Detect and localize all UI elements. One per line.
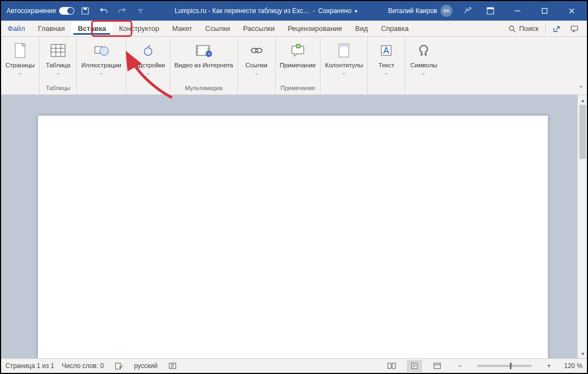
- table-icon: [49, 41, 67, 60]
- status-bar: Страница 1 из 1 Число слов: 0 русский − …: [1, 358, 587, 373]
- chevron-down-icon: ⌄: [146, 70, 150, 75]
- undo-icon[interactable]: [96, 3, 111, 18]
- illustrations-button[interactable]: Иллюстрации ⌄: [78, 39, 125, 84]
- chevron-down-icon: ⌄: [342, 70, 346, 75]
- group-label-media: Мультимедиа: [185, 84, 222, 93]
- svg-line-7: [513, 30, 515, 32]
- print-layout-icon[interactable]: [407, 360, 422, 372]
- svg-point-6: [509, 26, 514, 30]
- group-headerfooter: Колонтитулы ⌄: [321, 37, 368, 94]
- title-bar: Автосохранение Lumpics.ru - Как перенест…: [1, 1, 587, 21]
- ribbon-display-icon[interactable]: [478, 1, 502, 21]
- minimize-button[interactable]: [506, 1, 529, 21]
- scroll-up-icon[interactable]: ▴: [578, 95, 587, 105]
- coming-soon-icon[interactable]: [460, 3, 475, 18]
- symbols-button[interactable]: Символы ⌄: [406, 39, 441, 84]
- qat-customize-icon[interactable]: [133, 3, 148, 18]
- chevron-down-icon: ⌄: [421, 70, 426, 75]
- svg-point-17: [255, 48, 262, 53]
- user-section[interactable]: Виталий Каиров ВК: [384, 5, 457, 17]
- language-status[interactable]: русский: [134, 362, 157, 370]
- symbol-icon: [414, 41, 433, 60]
- zoom-level[interactable]: 120 %: [564, 362, 583, 370]
- vertical-scrollbar[interactable]: ▴ ▾: [577, 95, 587, 358]
- macros-icon[interactable]: [165, 360, 180, 372]
- maximize-button[interactable]: [533, 1, 557, 21]
- tab-help[interactable]: Справка: [374, 21, 415, 36]
- svg-rect-3: [487, 8, 494, 9]
- doc-title-text: Lumpics.ru - Как перенести таблицу из Ex…: [175, 7, 310, 15]
- page-icon: [11, 41, 29, 60]
- tab-mailings[interactable]: Рассылки: [237, 21, 281, 36]
- tab-references[interactable]: Ссылки: [199, 21, 237, 36]
- search-button[interactable]: Поиск: [504, 24, 543, 33]
- shapes-icon: [92, 41, 111, 60]
- close-button[interactable]: [560, 1, 584, 21]
- save-icon[interactable]: [78, 3, 93, 18]
- collapse-ribbon-icon[interactable]: ⌃: [578, 85, 584, 92]
- read-mode-icon[interactable]: [384, 360, 399, 372]
- chevron-down-icon: ⌄: [18, 70, 22, 75]
- tab-review[interactable]: Рецензирование: [281, 21, 348, 36]
- text-icon: [377, 41, 395, 60]
- document-page[interactable]: [38, 116, 548, 358]
- share-button[interactable]: [548, 22, 564, 35]
- svg-point-12: [100, 47, 108, 55]
- autosave-toggle[interactable]: [59, 7, 74, 15]
- link-icon: [247, 41, 266, 60]
- comments-button[interactable]: [566, 22, 583, 35]
- scroll-down-icon[interactable]: ▾: [578, 348, 587, 358]
- web-layout-icon[interactable]: [430, 360, 445, 372]
- tab-file[interactable]: Файл: [1, 21, 31, 36]
- scroll-thumb[interactable]: [579, 105, 586, 159]
- header-icon: [335, 41, 353, 60]
- group-tables: Таблица ⌄ Таблицы: [40, 37, 77, 94]
- chevron-down-icon: ⌄: [254, 70, 259, 75]
- links-button[interactable]: Ссылки ⌄: [239, 39, 274, 84]
- autosave-label: Автосохранение: [7, 7, 56, 15]
- redo-icon[interactable]: [114, 3, 130, 18]
- search-label: Поиск: [519, 24, 539, 33]
- spellcheck-icon[interactable]: [111, 360, 126, 372]
- svg-rect-21: [339, 44, 349, 47]
- chevron-down-icon[interactable]: ▾: [355, 8, 357, 14]
- headerfooter-button[interactable]: Колонтитулы ⌄: [322, 39, 366, 84]
- word-count[interactable]: Число слов: 0: [62, 362, 104, 370]
- table-button[interactable]: Таблица ⌄: [41, 39, 75, 84]
- svg-rect-10: [51, 45, 65, 56]
- pages-button[interactable]: Страницы ⌄: [2, 39, 38, 84]
- text-button[interactable]: Текст ⌄: [369, 39, 404, 84]
- group-links: Ссылки ⌄: [238, 37, 276, 94]
- addins-button[interactable]: Надстройки ⌄: [127, 39, 169, 84]
- svg-rect-26: [434, 363, 440, 369]
- document-area: ▴ ▾: [1, 95, 587, 358]
- svg-rect-23: [116, 363, 120, 369]
- ribbon-tabs: Файл Главная Вставка Конструктор Макет С…: [1, 21, 587, 37]
- saved-status: Сохранено: [318, 7, 351, 15]
- svg-point-13: [144, 48, 152, 55]
- zoom-slider[interactable]: [477, 365, 532, 367]
- zoom-out-icon[interactable]: −: [452, 360, 468, 372]
- ribbon: Страницы ⌄ Таблица ⌄ Таблицы Иллюстрации…: [1, 37, 587, 95]
- chevron-down-icon: ⌄: [56, 70, 60, 75]
- avatar: ВК: [440, 5, 452, 17]
- autosave-section: Автосохранение: [4, 7, 74, 15]
- svg-rect-5: [542, 9, 547, 14]
- search-icon: [508, 25, 516, 33]
- svg-rect-8: [571, 26, 578, 30]
- zoom-in-icon[interactable]: +: [541, 360, 557, 372]
- tab-view[interactable]: Вид: [349, 21, 375, 36]
- tab-insert[interactable]: Вставка: [71, 21, 112, 36]
- addin-icon: [139, 41, 157, 60]
- online-video-button[interactable]: Видео из Интернета: [171, 39, 237, 84]
- group-text: Текст ⌄: [368, 37, 405, 94]
- page-info[interactable]: Страница 1 из 1: [5, 362, 54, 370]
- tab-home[interactable]: Главная: [31, 21, 71, 36]
- tab-layout[interactable]: Макет: [166, 21, 199, 36]
- video-icon: [195, 41, 213, 60]
- document-title: Lumpics.ru - Как перенести таблицу из Ex…: [151, 7, 380, 15]
- group-comments: Примечание Примечания: [276, 37, 321, 94]
- tab-design[interactable]: Конструктор: [112, 21, 165, 36]
- comment-button[interactable]: Примечание: [277, 39, 319, 84]
- group-label-tables: Таблицы: [46, 84, 71, 93]
